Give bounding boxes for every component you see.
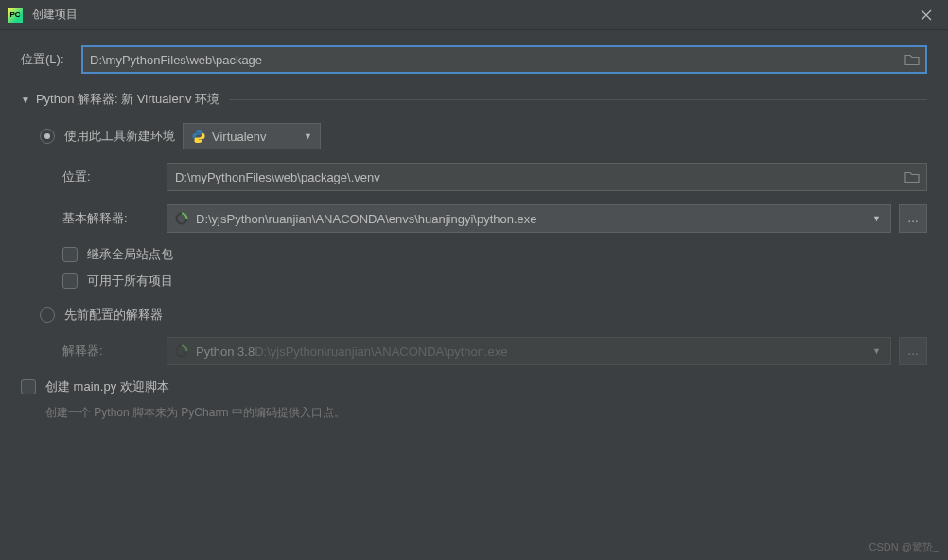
configured-radio-label: 先前配置的解释器 [64, 306, 163, 324]
welcome-script-checkbox[interactable] [21, 379, 36, 394]
interpreter-header-label: Python 解释器: 新 Virtualenv 环境 [36, 91, 219, 108]
python-icon [191, 129, 206, 144]
location-row: 位置(L): [21, 45, 927, 74]
configured-interpreter-path: D:\yjsPython\ruanjian\ANACONDA\python.ex… [255, 344, 507, 359]
chevron-down-icon: ▼ [304, 131, 312, 141]
inherit-label: 继承全局站点包 [87, 246, 173, 263]
new-env-radio-row[interactable]: 使用此工具新建环境 Virtualenv ▼ [40, 123, 927, 149]
close-icon [921, 9, 932, 21]
titlebar: PC 创建项目 [0, 0, 948, 30]
welcome-script-row[interactable]: 创建 main.py 欢迎脚本 [21, 378, 927, 395]
base-interpreter-select[interactable]: D:\yjsPython\ruanjian\ANACONDA\envs\huan… [167, 204, 891, 233]
configured-radio[interactable] [40, 307, 55, 323]
all-projects-label: 可用于所有项目 [87, 272, 173, 289]
location-label: 位置(L): [21, 51, 76, 68]
close-button[interactable] [904, 0, 948, 30]
base-interpreter-label: 基本解释器: [62, 210, 167, 227]
base-interpreter-value: D:\yjsPython\ruanjian\ANACONDA\envs\huan… [196, 212, 537, 226]
welcome-script-label: 创建 main.py 欢迎脚本 [45, 378, 169, 395]
new-env-radio[interactable] [40, 129, 55, 144]
venv-location-label: 位置: [62, 168, 167, 185]
loading-icon [175, 344, 188, 358]
loading-icon [175, 212, 188, 225]
configured-interpreter-browse-button: … [899, 337, 927, 365]
app-icon: PC [8, 8, 23, 23]
base-interpreter-row: 基本解释器: D:\yjsPython\ruanjian\ANACONDA\en… [62, 204, 927, 233]
configured-interpreter-select: Python 3.8 D:\yjsPython\ruanjian\ANACOND… [167, 337, 891, 365]
all-projects-checkbox-row[interactable]: 可用于所有项目 [62, 272, 927, 289]
venv-location-row: 位置: [62, 163, 927, 191]
watermark: CSDN @驚蟄_ [869, 540, 939, 554]
inherit-checkbox-row[interactable]: 继承全局站点包 [62, 246, 927, 263]
location-input[interactable] [81, 45, 927, 74]
configured-interpreter-label: 解释器: [62, 342, 167, 359]
configured-interpreter-row: 解释器: Python 3.8 D:\yjsPython\ruanjian\AN… [62, 337, 927, 365]
new-env-radio-label: 使用此工具新建环境 [64, 128, 175, 145]
chevron-down-icon: ▼ [872, 346, 881, 356]
welcome-script-hint: 创建一个 Python 脚本来为 PyCharm 中的编码提供入口点。 [21, 405, 927, 421]
separator-line [229, 99, 927, 100]
base-interpreter-browse-button[interactable]: … [899, 204, 927, 233]
chevron-down-icon: ▼ [21, 95, 30, 105]
all-projects-checkbox[interactable] [62, 273, 78, 289]
env-tool-value: Virtualenv [212, 130, 267, 144]
inherit-checkbox[interactable] [62, 247, 78, 262]
chevron-down-icon: ▼ [872, 214, 881, 223]
configured-radio-row[interactable]: 先前配置的解释器 [40, 306, 927, 324]
configured-interpreter-name: Python 3.8 [196, 344, 255, 359]
env-tool-select[interactable]: Virtualenv ▼ [183, 123, 321, 149]
content-area: 位置(L): ▼ Python 解释器: 新 Virtualenv 环境 使用此… [0, 30, 948, 421]
venv-location-input[interactable] [167, 163, 927, 191]
interpreter-section-header[interactable]: ▼ Python 解释器: 新 Virtualenv 环境 [21, 91, 927, 108]
window-title: 创建项目 [32, 7, 904, 23]
